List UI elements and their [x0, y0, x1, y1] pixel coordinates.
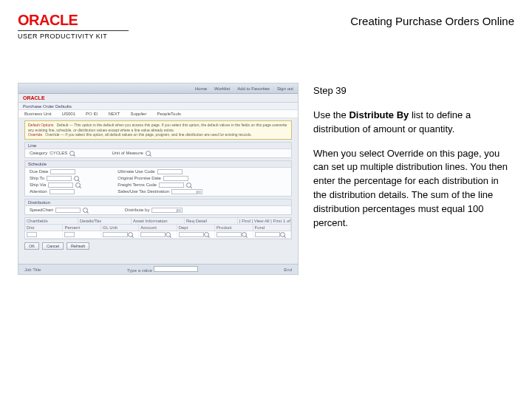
lookup-icon[interactable] — [186, 183, 191, 188]
ss-footer: Job Title Type a value End — [18, 264, 298, 274]
fld-freight[interactable] — [159, 183, 184, 188]
lookup-icon[interactable] — [83, 208, 88, 213]
fld-shipvia[interactable] — [48, 183, 73, 188]
product-line: USER PRODUCTIVITY KIT — [18, 33, 129, 40]
footer-left: Job Title — [24, 267, 41, 272]
lbl-bu: Business Unit — [24, 112, 52, 116]
lookup-icon[interactable] — [242, 232, 247, 237]
footer-mid-label: Type a value — [127, 268, 152, 273]
default-options-box: Default Options Default — This option is… — [24, 120, 292, 140]
val-sup: PeopleTools — [157, 112, 181, 116]
section-distribution-head: Distribution — [25, 200, 291, 206]
table-row[interactable] — [25, 231, 291, 239]
footer-input[interactable] — [154, 266, 198, 272]
lookup-icon[interactable] — [166, 232, 171, 237]
val-bu: US001 — [62, 112, 75, 116]
cell-dist[interactable] — [27, 232, 37, 237]
lookup-icon[interactable] — [280, 232, 285, 237]
ss-breadcrumb: Purchase Order Defaults — [18, 103, 298, 110]
col-product: Product — [215, 225, 253, 231]
fld-duedate[interactable] — [50, 169, 75, 174]
step-label: Step 39 — [313, 84, 514, 98]
embedded-screenshot: Home Worklist Add to Favorites Sign out … — [18, 83, 299, 275]
nav-worklist[interactable]: Worklist — [214, 86, 230, 91]
lbl-sup: Supplier — [130, 112, 146, 116]
logo-divider — [18, 30, 129, 31]
nav-signout[interactable]: Sign out — [277, 86, 293, 91]
footer-end: End — [284, 267, 292, 272]
section-schedule: Schedule Due Date Ship To Ship Via Atten… — [24, 160, 292, 197]
nav-home[interactable]: Home — [195, 86, 207, 91]
ss-info-row: Business Unit US001 PO ID NEXT Supplier … — [18, 110, 298, 118]
tab-asset[interactable]: Asset Information — [132, 218, 185, 224]
lbl-distribute-by: Distribute by — [125, 208, 149, 212]
val-poid: NEXT — [108, 112, 120, 116]
lbl-shipvia: Ship Via — [30, 183, 46, 187]
ss-brandrow: ORACLE — [18, 94, 298, 103]
lookup-icon[interactable] — [74, 176, 79, 181]
txt-default: Default — This option is the default whe… — [28, 123, 287, 132]
grid-tabs: Chartfields Details/Tax Asset Informatio… — [25, 218, 291, 225]
col-dept: Dept — [177, 225, 215, 231]
p1-bold: Distribute By — [349, 109, 409, 120]
mini-oracle-logo: ORACLE — [23, 95, 45, 100]
section-line: Line Category CYCLES Unit of Measure — [24, 142, 292, 158]
fld-origprom[interactable] — [163, 176, 188, 181]
fld-attention[interactable] — [50, 189, 75, 194]
section-schedule-head: Schedule — [25, 161, 291, 168]
lbl-duedate: Due Date — [30, 169, 48, 174]
ss-topnav: Home Worklist Add to Favorites Sign out — [18, 83, 298, 94]
distribution-grid: Chartfields Details/Tax Asset Informatio… — [24, 217, 292, 239]
lbl-ultuse: Ultimate Use Code — [117, 169, 154, 174]
brand-block: ORACLE USER PRODUCTIVITY KIT — [18, 12, 129, 40]
cancel-button[interactable]: Cancel — [42, 242, 64, 250]
lbl-taxdest: Sales/Use Tax Destination — [117, 189, 169, 194]
refresh-button[interactable]: Refresh — [66, 242, 89, 250]
cell-account[interactable] — [140, 232, 166, 237]
col-fund: Fund — [253, 225, 291, 231]
cell-dept[interactable] — [179, 232, 204, 237]
dd-taxdest[interactable] — [171, 189, 202, 194]
cell-percent[interactable] — [64, 232, 75, 237]
lookup-icon[interactable] — [75, 183, 81, 188]
doc-title: Creating Purchase Orders Online — [350, 12, 514, 27]
dd-distribute-by[interactable] — [151, 208, 183, 213]
tab-reqdetail[interactable]: Req Detail — [185, 218, 238, 224]
ok-button[interactable]: OK — [24, 242, 39, 250]
grid-header: Dist Percent GL Unit Account Dept Produc… — [25, 225, 291, 231]
lookup-icon[interactable] — [204, 232, 209, 237]
nav-fav[interactable]: Add to Favorites — [237, 86, 270, 91]
lbl-default-options: Default Options — [28, 123, 53, 127]
lbl-shipto: Ship To — [30, 176, 44, 180]
section-line-head: Line — [25, 143, 291, 149]
grid-meta: | Find | View All | First 1 of 1 Last — [238, 218, 291, 224]
ss-button-row: OK Cancel Refresh — [18, 239, 298, 253]
cell-fund[interactable] — [255, 232, 280, 237]
instruction-para-1: Use the Distribute By list to define a d… — [313, 109, 514, 137]
fld-shipto[interactable] — [47, 176, 72, 181]
lbl-speedchart: SpeedChart — [30, 208, 53, 212]
lbl-override: Override — [28, 132, 42, 137]
tab-detailstax[interactable]: Details/Tax — [78, 218, 132, 224]
fld-ultuse[interactable] — [157, 169, 183, 174]
col-dist: Dist — [25, 225, 63, 231]
instruction-panel: Step 39 Use the Distribute By list to de… — [313, 83, 514, 384]
p1-pre: Use the — [313, 109, 349, 120]
txt-override: Override — If you select this option, al… — [45, 132, 252, 137]
tab-chartfields[interactable]: Chartfields — [25, 218, 78, 224]
cell-product[interactable] — [216, 232, 242, 237]
val-category: CYCLES — [50, 151, 67, 155]
instruction-para-2: When you select Override on this page, y… — [313, 147, 514, 231]
lookup-icon[interactable] — [146, 151, 151, 156]
oracle-logo: ORACLE — [18, 12, 129, 29]
lbl-attention: Attention — [30, 189, 47, 194]
lookup-icon[interactable] — [128, 232, 133, 237]
lbl-freight: Freight Terms Code — [117, 183, 157, 187]
lookup-icon[interactable] — [69, 151, 75, 156]
fld-speedchart[interactable] — [55, 208, 81, 213]
col-glunit: GL Unit — [101, 225, 139, 231]
col-account: Account — [139, 225, 177, 231]
lbl-uom: Unit of Measure — [112, 151, 143, 155]
cell-glunit[interactable] — [103, 232, 128, 237]
lbl-origprom: Original Promise Date — [117, 176, 161, 180]
